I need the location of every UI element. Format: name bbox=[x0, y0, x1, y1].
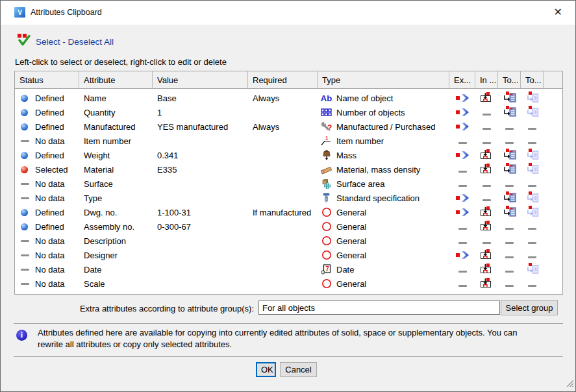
to-space-cell[interactable] bbox=[521, 205, 544, 219]
table-row[interactable]: No dataDesignerGeneral bbox=[15, 248, 562, 262]
export-cell[interactable] bbox=[449, 248, 475, 262]
to-space-cell[interactable] bbox=[521, 91, 544, 105]
column-header-value[interactable]: Value bbox=[153, 71, 248, 88]
import-cell[interactable] bbox=[475, 248, 498, 262]
to-drawing-cell[interactable] bbox=[498, 105, 521, 119]
export-cell[interactable] bbox=[449, 162, 475, 177]
import-cell[interactable] bbox=[475, 91, 498, 105]
to-space-cell[interactable] bbox=[521, 162, 544, 177]
table-row[interactable]: DefinedNameBaseAlwaysAbName of object bbox=[15, 91, 562, 105]
table-row[interactable]: DefinedWeight0.341Mass bbox=[15, 148, 562, 162]
to-space-cell[interactable] bbox=[521, 119, 544, 134]
to-space-cell[interactable] bbox=[521, 134, 544, 148]
to-drawing-cell[interactable] bbox=[498, 205, 521, 219]
export-cell[interactable] bbox=[449, 177, 475, 191]
to-drawing-cell[interactable] bbox=[498, 148, 521, 162]
table-row[interactable]: DefinedQuantity1Number of objects bbox=[15, 105, 562, 119]
required-cell bbox=[248, 234, 318, 248]
status-label: No data bbox=[35, 236, 65, 246]
to-drawing-cell[interactable] bbox=[498, 219, 521, 234]
title-bar[interactable]: V Attributes Clipboard ✕ bbox=[1, 1, 575, 25]
to-space-icon bbox=[526, 149, 539, 162]
import-cell[interactable] bbox=[475, 177, 498, 191]
select-deselect-all-button[interactable]: Select - Deselect All bbox=[18, 34, 114, 49]
to-drawing-cell[interactable] bbox=[498, 91, 521, 105]
import-cell[interactable] bbox=[475, 148, 498, 162]
type-cell: General bbox=[318, 219, 449, 234]
table-row[interactable]: No dataTypeStandard specification bbox=[15, 191, 562, 205]
import-box-icon bbox=[480, 92, 494, 104]
export-cell[interactable] bbox=[449, 205, 475, 219]
import-cell[interactable] bbox=[475, 105, 498, 119]
to-space-cell[interactable] bbox=[521, 105, 544, 119]
import-cell[interactable] bbox=[475, 119, 498, 134]
export-cell[interactable] bbox=[449, 191, 475, 205]
import-box-icon bbox=[480, 221, 494, 233]
table-row[interactable]: SelectedMaterialE335Material, mass densi… bbox=[15, 162, 562, 177]
table-row[interactable]: DefinedAssembly no.0-300-67General bbox=[15, 219, 562, 234]
import-cell[interactable] bbox=[475, 276, 498, 291]
export-cell[interactable] bbox=[449, 234, 475, 248]
column-header-attribute[interactable]: Attribute bbox=[79, 71, 153, 88]
to-drawing-cell[interactable] bbox=[498, 262, 521, 276]
varicad-logo-icon: V bbox=[14, 7, 25, 18]
table-row[interactable]: No dataSurfaceSurface area bbox=[15, 177, 562, 191]
import-cell[interactable] bbox=[475, 219, 498, 234]
import-cell[interactable] bbox=[475, 234, 498, 248]
close-icon[interactable]: ✕ bbox=[554, 6, 562, 18]
to-space-cell[interactable] bbox=[521, 276, 544, 291]
export-cell[interactable] bbox=[449, 91, 475, 105]
column-header-required[interactable]: Required bbox=[248, 71, 318, 88]
export-cell[interactable] bbox=[449, 119, 475, 134]
import-cell[interactable] bbox=[475, 191, 498, 205]
type-general-icon bbox=[319, 236, 333, 246]
to-drawing-cell[interactable] bbox=[498, 162, 521, 177]
import-cell[interactable] bbox=[475, 262, 498, 276]
to-space-cell[interactable] bbox=[521, 148, 544, 162]
select-group-button[interactable]: Select group bbox=[501, 300, 558, 315]
attribute-group-input[interactable] bbox=[258, 300, 500, 315]
status-cell: No data bbox=[15, 177, 79, 191]
table-row[interactable]: No dataScaleGeneral bbox=[15, 276, 562, 291]
to-drawing-cell[interactable] bbox=[498, 134, 521, 148]
to-space-cell[interactable] bbox=[521, 177, 544, 191]
export-cell[interactable] bbox=[449, 148, 475, 162]
cancel-button[interactable]: Cancel bbox=[280, 362, 317, 377]
spare-cell bbox=[544, 205, 562, 219]
resize-grip[interactable] bbox=[566, 378, 573, 389]
column-header-type[interactable]: Type bbox=[318, 71, 449, 88]
table-row[interactable]: No dataItem number1Item number bbox=[15, 134, 562, 148]
import-cell[interactable] bbox=[475, 205, 498, 219]
column-header-ex[interactable]: Ex... bbox=[449, 71, 475, 88]
table-row[interactable]: DefinedManufacturedYES manufacturedAlway… bbox=[15, 119, 562, 134]
to-space-cell[interactable] bbox=[521, 234, 544, 248]
table-row[interactable]: No dataDescriptionGeneral bbox=[15, 234, 562, 248]
column-header-in[interactable]: In ... bbox=[475, 71, 498, 88]
to-space-cell[interactable] bbox=[521, 191, 544, 205]
export-cell[interactable] bbox=[449, 276, 475, 291]
spare-cell bbox=[544, 177, 562, 191]
column-header-to[interactable]: To... bbox=[521, 71, 544, 88]
table-row[interactable]: DefinedDwg. no.1-100-31If manufacturedGe… bbox=[15, 205, 562, 219]
to-drawing-cell[interactable] bbox=[498, 248, 521, 262]
to-space-cell[interactable] bbox=[521, 248, 544, 262]
table-row[interactable]: No dataDate7Date bbox=[15, 262, 562, 276]
column-header-to[interactable]: To... bbox=[498, 71, 521, 88]
export-cell[interactable] bbox=[449, 262, 475, 276]
export-cell[interactable] bbox=[449, 219, 475, 234]
export-cell[interactable] bbox=[449, 134, 475, 148]
to-drawing-cell[interactable] bbox=[498, 119, 521, 134]
to-drawing-cell[interactable] bbox=[498, 234, 521, 248]
ok-button[interactable]: OK bbox=[256, 362, 276, 377]
attribute-cell: Surface bbox=[79, 177, 153, 191]
to-drawing-cell[interactable] bbox=[498, 191, 521, 205]
import-cell[interactable] bbox=[475, 162, 498, 177]
to-drawing-cell[interactable] bbox=[498, 177, 521, 191]
to-drawing-cell[interactable] bbox=[498, 276, 521, 291]
column-header-status[interactable]: Status bbox=[15, 71, 79, 88]
export-cell[interactable] bbox=[449, 105, 475, 119]
to-space-cell[interactable] bbox=[521, 219, 544, 234]
to-space-cell[interactable] bbox=[521, 262, 544, 276]
status-defined-icon bbox=[21, 95, 30, 102]
import-cell[interactable] bbox=[475, 134, 498, 148]
